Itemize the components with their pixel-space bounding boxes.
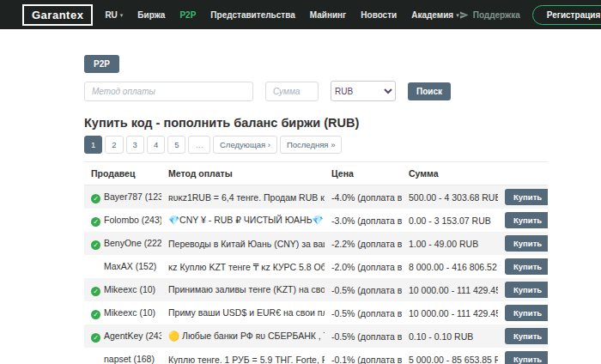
p2p-tab[interactable]: P2P (84, 55, 119, 73)
main-nav: RU ▾ Биржа P2P Представительства Майнинг… (105, 10, 458, 20)
nav-language-switcher[interactable]: RU ▾ (105, 10, 123, 20)
seller-name[interactable]: Mikeexc (10) (104, 284, 155, 294)
buy-button[interactable]: Купить (505, 258, 548, 275)
offer-amount: 0.10 - 0.10 RUB (402, 325, 498, 348)
nav-item-representatives[interactable]: Представительства (210, 10, 294, 20)
offer-row: ✓AgentKey (243) 🟡 Любые банки РФ ʀᴜ СБЕР… (84, 325, 548, 348)
pagination-item[interactable]: 5 (167, 136, 185, 154)
buy-button[interactable]: Купить (505, 328, 548, 344)
pagination-item[interactable]: Последняя » (280, 136, 342, 154)
column-header-seller: Продавец (84, 162, 161, 185)
garantex-logo[interactable]: Garantex (22, 4, 93, 26)
nav-item-news[interactable]: Новости (361, 10, 397, 20)
buy-button[interactable]: Купить (505, 305, 548, 321)
pagination: 12345…Следующая ›Последняя » (84, 136, 548, 154)
buy-button[interactable]: Купить (505, 189, 548, 205)
payment-method-text: 💎CNY ¥ - RUB ₽ ЧИСТЫЙ ЮАНЬ💎 (161, 209, 325, 232)
filter-bar: RUB Поиск (84, 81, 548, 101)
offer-row: ✓napset (168) Куплю тенге. 1 РУБ = 5.9 Т… (84, 348, 548, 364)
pagination-item[interactable]: 1 (84, 136, 102, 154)
search-button[interactable]: Поиск (408, 82, 451, 100)
seller-name[interactable]: Mikeexc (10) (104, 307, 155, 318)
offer-row: ✓Bayer787 (123) ʀᴜᴋᴢ1RUB = 6,4 тенге. Пр… (84, 185, 548, 209)
pagination-item[interactable]: 3 (126, 136, 144, 154)
offer-price: -3.0% (доплата вам) (325, 209, 402, 232)
page-title: Купить код - пополнить баланс биржи (RUB… (84, 116, 548, 130)
column-header-payment-method: Метод оплаты (161, 162, 325, 185)
buy-button[interactable]: Купить (505, 351, 548, 364)
offers-table: Продавец Метод оплаты Цена Сумма ✓Bayer7… (84, 161, 548, 364)
buy-button[interactable]: Купить (505, 212, 548, 228)
offer-amount: 0.00 - 3 153.07 RUB (402, 209, 498, 232)
payment-method-text: ʀᴜᴋᴢ1RUB = 6,4 тенге. Продам RUB код за … (161, 185, 325, 209)
column-header-actions (498, 162, 548, 185)
offer-row: ✓Folombo (243) 💎CNY ¥ - RUB ₽ ЧИСТЫЙ ЮАН… (84, 209, 548, 232)
amount-input[interactable] (265, 82, 319, 101)
chevron-down-icon: ▾ (120, 12, 124, 18)
seller-name[interactable]: BenyOne (222) (104, 238, 161, 248)
nav-item-exchange[interactable]: Биржа (137, 10, 165, 20)
register-button[interactable]: Регистрация (532, 5, 601, 25)
support-label: Поддержка (473, 10, 520, 20)
payment-method-text: Принимаю заливы тенге (KZT) на свои карт… (161, 278, 325, 301)
payment-method-text: ᴋᴢ Куплю KZT тенге ₸ ᴋᴢ КУРС 5.8 Объём е… (161, 255, 325, 278)
payment-method-text: 🟡 Любые банки РФ ʀᴜ СБЕРБАНК , ТИНЬКОФФ (161, 325, 325, 348)
nav-academy-label: Академия (411, 10, 453, 20)
payment-method-text: Приму ваши USD$ и EUR€ на свои платежки … (161, 301, 325, 325)
nav-item-mining[interactable]: Майнинг (310, 10, 347, 20)
seller-name[interactable]: MaxAX (152) (104, 261, 156, 271)
offer-amount: 5 000.00 - 85 653.85 RUB (402, 348, 498, 364)
send-icon (459, 10, 469, 20)
verified-icon: ✓ (91, 240, 100, 250)
nav-item-p2p[interactable]: P2P (179, 10, 196, 20)
buy-button[interactable]: Купить (505, 235, 548, 252)
offer-price: -0.5% (доплата вам) (325, 278, 402, 301)
offer-amount: 10 000.00 - 111 429.45 RUB (402, 301, 498, 325)
offer-price: -4.0% (доплата вам) (325, 185, 402, 209)
offer-price: -0.5% (доплата вам) (325, 325, 402, 348)
payment-method-input[interactable] (84, 82, 253, 101)
pagination-item[interactable]: 4 (147, 136, 165, 154)
seller-name[interactable]: Folombo (243) (104, 215, 161, 225)
verified-icon: ✓ (91, 333, 100, 343)
pagination-item[interactable]: 2 (105, 136, 123, 154)
offer-amount: 10 000.00 - 111 429.45 RUB (402, 278, 498, 301)
verified-icon: ✓ (91, 217, 100, 227)
pagination-item[interactable]: Следующая › (213, 136, 277, 154)
offers-body: ✓Bayer787 (123) ʀᴜᴋᴢ1RUB = 6,4 тенге. Пр… (84, 185, 548, 364)
offer-amount: 500.00 - 4 303.68 RUB (402, 185, 498, 209)
verified-icon: ✓ (91, 287, 100, 296)
nav-item-academy[interactable]: Академия ▾ (411, 10, 458, 20)
offer-price: -2.0% (доплата вам) (325, 255, 402, 278)
offer-amount: 8 000.00 - 416 806.52 RUB (402, 255, 498, 278)
offer-row: ✓Mikeexc (10) Принимаю заливы тенге (KZT… (84, 278, 548, 301)
support-link[interactable]: Поддержка (459, 10, 520, 20)
buy-button[interactable]: Купить (505, 282, 548, 298)
topbar-right: Поддержка Регистрация Вход (459, 5, 601, 25)
offer-row: ✓Mikeexc (10) Приму ваши USD$ и EUR€ на … (84, 301, 548, 325)
seller-name[interactable]: napset (168) (104, 354, 155, 364)
top-navigation-bar: Garantex RU ▾ Биржа P2P Представительств… (0, 0, 601, 29)
content-area: P2P RUB Поиск Купить код - пополнить бал… (76, 29, 556, 364)
offer-price: -0.5% (доплата вам) (325, 301, 402, 325)
verified-icon: ✓ (91, 310, 100, 319)
offer-price: -2.2% (доплата вам) (325, 232, 402, 255)
offers-header-row: Продавец Метод оплаты Цена Сумма (84, 162, 548, 185)
payment-method-text: Переводы в Китай Юань (CNY) за ваши рубл… (161, 232, 325, 255)
offer-price: -0.1% (доплата вам) (325, 348, 402, 364)
offer-amount: 1.00 - 49.00 RUB (402, 232, 498, 255)
seller-name[interactable]: AgentKey (243) (104, 331, 161, 341)
offer-row: ✓BenyOne (222) Переводы в Китай Юань (CN… (84, 232, 548, 255)
payment-method-text: Куплю тенге. 1 РУБ = 5.9 ТНГ. Forte, Fre… (161, 348, 325, 364)
seller-name[interactable]: Bayer787 (123) (104, 191, 161, 202)
column-header-price: Цена (325, 162, 402, 185)
offer-row: ✓MaxAX (152) ᴋᴢ Куплю KZT тенге ₸ ᴋᴢ КУР… (84, 255, 548, 278)
column-header-amount: Сумма (402, 162, 498, 185)
currency-select[interactable]: RUB (331, 81, 396, 101)
nav-language-label: RU (105, 10, 117, 20)
pagination-ellipsis: … (188, 136, 210, 154)
verified-icon: ✓ (91, 194, 100, 203)
